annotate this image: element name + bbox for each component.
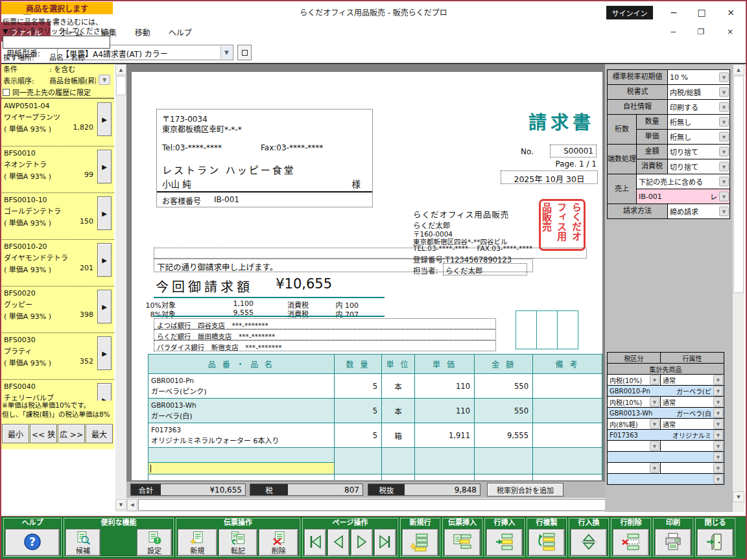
add-tax-total-button[interactable]: 税率別合計を追加 [487, 483, 563, 496]
chevron-down-icon[interactable]: ▼ [719, 88, 729, 97]
item-name-cell[interactable]: GBR0013-Whガーベラ(白) [148, 399, 335, 423]
setting-cell-r3c2[interactable]: 桁無し▼ [668, 115, 730, 130]
setting-cell-r5c2[interactable]: 切り捨て▼ [668, 145, 730, 159]
taxrow-cell-r4c0[interactable]: 内税(10%)▼ [608, 397, 661, 408]
greeting-empty-field[interactable] [154, 248, 587, 259]
item-unit[interactable]: 本 [382, 374, 415, 399]
item-qty[interactable]: 5 [335, 423, 382, 448]
chevron-down-icon[interactable]: ▼ [713, 419, 723, 429]
taxrow-cell-r6c0[interactable]: 内(8%軽)▼ [608, 419, 661, 430]
item-name-cell[interactable]: F017363オリジナルミネラルウォーター 6本入り [148, 423, 335, 448]
sidebar-scrollbar[interactable]: ▲ ▼ [115, 64, 126, 513]
empty-cell[interactable] [335, 448, 382, 474]
doc-transfer-button[interactable]: 転記 [219, 529, 258, 556]
item-amount[interactable]: 550 [475, 374, 533, 399]
taxrow-cell-r8c1[interactable]: ▼ [661, 441, 724, 452]
item-price[interactable]: 1,911 [415, 423, 475, 448]
vertical-scrollbar[interactable]: ▲ ▼ [733, 64, 744, 513]
product-insert-button[interactable]: ▶ [97, 196, 112, 230]
chevron-down-icon[interactable]: ▼ [719, 177, 729, 187]
chevron-down-icon[interactable]: ▼ [719, 117, 729, 127]
maximize-button[interactable]: □ [689, 3, 714, 22]
row-swap-button[interactable] [571, 529, 607, 556]
chevron-down-icon[interactable]: ▼ [650, 397, 659, 407]
scroll-up-icon[interactable]: ▲ [115, 64, 126, 75]
empty-cell[interactable] [475, 448, 533, 474]
scroll-left-icon[interactable]: ◀ [127, 499, 137, 511]
chevron-down-icon[interactable]: ▼ [719, 132, 729, 142]
zoom-wide-button[interactable]: 広 >> [58, 424, 85, 443]
empty-cell[interactable] [415, 448, 475, 474]
item-note[interactable] [533, 374, 602, 399]
chevron-down-icon[interactable]: ▼ [719, 207, 729, 216]
empty-cell[interactable] [382, 448, 415, 474]
doc-config-button[interactable]: !設定 [137, 529, 172, 556]
child-restore-button[interactable]: ❐ [689, 23, 713, 40]
help-button[interactable]: ? [5, 529, 60, 556]
row-insert-button[interactable] [486, 529, 523, 556]
taxrow-cell-r2c0[interactable]: 内税(10%)▼ [608, 375, 661, 386]
chevron-down-icon[interactable]: ▼ [650, 441, 659, 451]
taxrow-cell-r11c0[interactable]: ▼ [608, 474, 724, 485]
product-insert-button[interactable]: ▶ [97, 290, 112, 323]
chevron-down-icon[interactable]: ▼ [713, 430, 723, 440]
product-insert-button[interactable]: ▶ [97, 336, 112, 370]
chevron-down-icon[interactable]: ▼ [650, 463, 659, 473]
taxrow-cell-r4c1[interactable]: 通常▼ [661, 397, 724, 408]
chevron-down-icon[interactable]: ▼ [99, 75, 110, 85]
scroll-down-icon[interactable]: ▼ [115, 499, 126, 510]
zoom-max-button[interactable]: 最大 [86, 424, 113, 443]
doc-new-button[interactable]: 新規 [178, 529, 217, 556]
item-unit[interactable]: 箱 [382, 423, 415, 448]
taxrow-cell-r6c1[interactable]: 通常▼ [661, 419, 724, 430]
product-insert-button[interactable]: ▶ [97, 150, 112, 183]
zoom-narrow-button[interactable]: << 狭 [30, 424, 57, 443]
item-amount[interactable]: 9,555 [475, 423, 533, 448]
taxrow-cell-r10c0[interactable]: ▼ [608, 463, 661, 474]
minimize-button[interactable]: − [661, 3, 686, 22]
empty-cell[interactable] [148, 448, 335, 474]
signin-button[interactable]: サインイン [606, 6, 653, 19]
chevron-down-icon[interactable]: ▼ [713, 397, 723, 407]
product-insert-button[interactable]: ▶ [97, 383, 112, 401]
item-name-cell[interactable]: GBR0010-Pnガーベラ(ピンク) [148, 374, 335, 399]
setting-cell-r6c1[interactable]: 切り捨て▼ [668, 159, 730, 174]
invoice-no-field[interactable]: S00001 [550, 145, 597, 158]
item-note[interactable] [533, 423, 602, 448]
greeting-field[interactable]: 下記の通り御請求申し上げます。 [154, 259, 533, 272]
same-customer-filter-checkbox[interactable]: 同一売上先の履歴に限定 [3, 87, 91, 97]
setting-cell-r7c1[interactable]: 下記の売上に含める▼ [637, 174, 730, 189]
door-close-button[interactable] [697, 529, 733, 556]
checkbox-icon[interactable] [3, 89, 10, 96]
printer-button[interactable] [655, 529, 691, 556]
setting-cell-r2c1[interactable]: 印刷する▼ [668, 100, 730, 115]
product-insert-button[interactable]: ▶ [97, 243, 112, 277]
scrollbar-thumb[interactable] [733, 76, 744, 293]
doc-delete-button[interactable]: 削除 [259, 529, 298, 556]
menu-item-5[interactable]: ヘルプ [160, 22, 201, 41]
chevron-down-icon[interactable]: ▼ [713, 441, 723, 451]
item-price[interactable]: 110 [415, 374, 475, 399]
nav-last-button[interactable] [374, 529, 396, 556]
chevron-down-icon[interactable]: ▼ [719, 73, 729, 82]
item-note[interactable] [533, 399, 602, 423]
row-duplicate-button[interactable] [528, 529, 565, 556]
chevron-down-icon[interactable]: ▼ [713, 474, 723, 484]
chevron-down-icon[interactable]: ▼ [713, 386, 723, 396]
nav-prev-button[interactable] [327, 529, 350, 556]
chevron-down-icon[interactable]: ▼ [650, 419, 659, 429]
scroll-down-icon[interactable]: ▼ [733, 491, 744, 502]
setting-cell-r9c1[interactable]: 締め請求▼ [668, 204, 730, 219]
item-unit[interactable]: 本 [382, 399, 415, 423]
chevron-down-icon[interactable]: ▼ [719, 192, 729, 202]
taxrow-cell-r9c0[interactable]: ▼ [608, 452, 724, 463]
chevron-down-icon[interactable]: ▼ [719, 147, 729, 157]
scrollbar-thumb[interactable] [116, 76, 126, 95]
chevron-down-icon[interactable]: ▼ [713, 408, 723, 418]
row-new-button[interactable] [402, 529, 438, 556]
chevron-down-icon[interactable]: ▼ [713, 463, 723, 473]
setting-cell-r8c0[interactable]: IB-001レ▼ [637, 189, 730, 204]
invoice-date-field[interactable]: 2025年 10月 30日 [501, 170, 598, 184]
setting-cell-r0c1[interactable]: 10 %▼ [668, 70, 730, 85]
scroll-up-icon[interactable]: ▲ [733, 64, 744, 75]
